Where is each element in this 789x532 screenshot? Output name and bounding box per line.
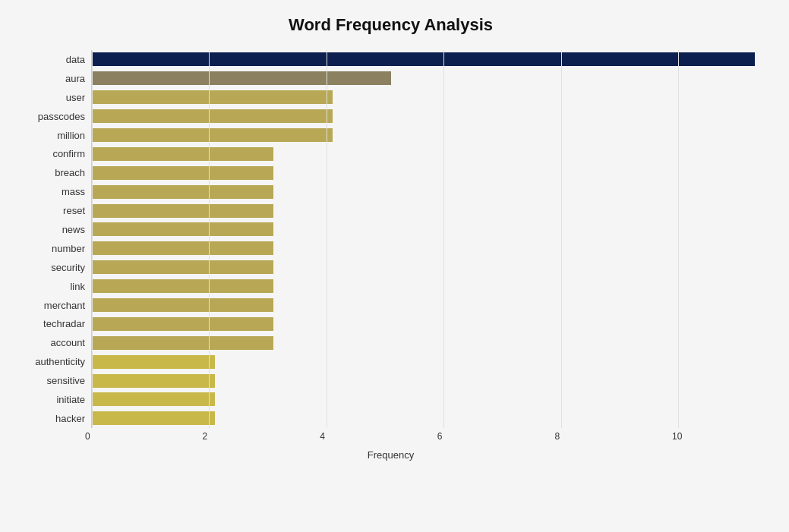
- bars-section: dataaurauserpasscodesmillionconfirmbreac…: [15, 50, 766, 428]
- y-labels: dataaurauserpasscodesmillionconfirmbreac…: [15, 50, 91, 428]
- chart-area: dataaurauserpasscodesmillionconfirmbreac…: [15, 50, 766, 461]
- bar: [92, 222, 273, 236]
- bar: [92, 204, 273, 218]
- x-tick: 10: [672, 431, 682, 442]
- y-label: news: [62, 225, 85, 235]
- bar: [92, 411, 215, 425]
- bar-row: [92, 240, 766, 257]
- x-tick: 8: [554, 431, 560, 442]
- bar: [92, 260, 273, 274]
- x-tick: 4: [320, 431, 325, 442]
- bar: [92, 185, 273, 199]
- y-label: confirm: [52, 149, 85, 159]
- bar-row: [92, 278, 766, 294]
- y-label: techradar: [43, 319, 85, 329]
- bar: [92, 279, 273, 293]
- bar: [92, 90, 333, 104]
- bar: [92, 147, 273, 161]
- bar-row: [92, 70, 766, 87]
- y-label: passcodes: [38, 112, 85, 121]
- x-axis-label: Frequency: [15, 449, 766, 461]
- bar: [92, 166, 273, 180]
- chart-title: Word Frequency Analysis: [15, 15, 766, 35]
- y-label: aura: [65, 74, 85, 83]
- bar-row: [92, 51, 766, 68]
- bar: [92, 355, 215, 369]
- bar-row: [92, 127, 766, 143]
- y-label: data: [66, 55, 85, 65]
- y-label: security: [51, 263, 85, 272]
- bar-row: [92, 221, 766, 238]
- y-label: authenticity: [35, 357, 85, 367]
- bar: [92, 241, 273, 255]
- y-label: mass: [62, 187, 85, 197]
- y-label: user: [66, 93, 85, 102]
- bar: [92, 374, 215, 388]
- bar: [92, 52, 755, 66]
- bar: [92, 392, 215, 406]
- bar-row: [92, 335, 766, 351]
- bar: [92, 128, 333, 142]
- bar-row: [92, 316, 766, 332]
- bar: [92, 336, 273, 350]
- y-label: number: [52, 244, 85, 253]
- bar-row: [92, 89, 766, 105]
- bar-row: [92, 297, 766, 313]
- y-label: merchant: [44, 301, 85, 310]
- chart-container: Word Frequency Analysis dataaurauserpass…: [0, 0, 789, 532]
- bar: [92, 109, 333, 123]
- bar-row: [92, 184, 766, 200]
- bar: [92, 317, 273, 331]
- bar-row: [92, 410, 766, 427]
- x-tick: 2: [203, 431, 208, 442]
- bar-row: [92, 373, 766, 389]
- bars-plot: [91, 50, 766, 428]
- y-label: initiate: [56, 395, 85, 405]
- y-label: breach: [55, 168, 85, 178]
- y-label: account: [50, 338, 85, 348]
- bar-row: [92, 203, 766, 219]
- bar-row: [92, 259, 766, 275]
- bar-row: [92, 108, 766, 124]
- y-label: million: [57, 131, 85, 140]
- bar-row: [92, 146, 766, 162]
- y-label: hacker: [55, 414, 85, 423]
- y-label: link: [70, 282, 85, 291]
- y-label: sensitive: [46, 376, 85, 386]
- bar-row: [92, 354, 766, 370]
- bar-row: [92, 165, 766, 181]
- bar: [92, 298, 273, 312]
- bar-row: [92, 391, 766, 408]
- grid-lines: [92, 50, 766, 428]
- y-label: reset: [63, 206, 85, 216]
- x-axis: 0246810: [91, 431, 766, 446]
- bar: [92, 71, 391, 85]
- x-tick: 0: [85, 431, 90, 442]
- x-tick: 6: [437, 431, 443, 442]
